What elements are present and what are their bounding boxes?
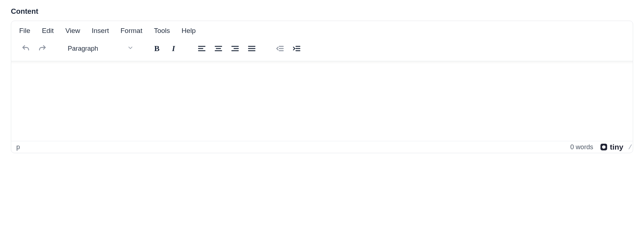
resize-handle[interactable]: ⁄⁄ — [630, 143, 631, 151]
menu-edit[interactable]: Edit — [41, 25, 55, 37]
indent-group — [270, 41, 307, 56]
align-right-button[interactable] — [228, 41, 242, 56]
tiny-logo-icon — [600, 143, 608, 151]
align-center-icon — [214, 44, 223, 53]
branding-label: tiny — [610, 143, 623, 151]
statusbar: p 0 words tiny ⁄⁄ — [11, 141, 633, 153]
menu-help[interactable]: Help — [180, 25, 197, 37]
undo-icon — [21, 44, 30, 53]
chevron-down-icon — [127, 45, 134, 53]
toolbar: Paragraph B I — [11, 38, 633, 61]
indent-button[interactable] — [289, 41, 304, 56]
outdent-button[interactable] — [273, 41, 287, 56]
indent-icon — [292, 44, 301, 53]
word-count[interactable]: 0 words — [570, 143, 593, 151]
menu-tools[interactable]: Tools — [152, 25, 171, 37]
redo-icon — [38, 44, 47, 53]
bold-button[interactable]: B — [150, 41, 164, 56]
align-justify-icon — [247, 44, 256, 53]
menu-insert[interactable]: Insert — [90, 25, 110, 37]
text-style-group: B I — [147, 41, 184, 56]
history-group — [16, 41, 53, 56]
italic-button[interactable]: I — [166, 41, 181, 56]
menu-view[interactable]: View — [64, 25, 81, 37]
align-group — [192, 41, 262, 56]
redo-button[interactable] — [35, 41, 50, 56]
block-format-label: Paragraph — [68, 45, 98, 53]
outdent-icon — [276, 44, 284, 53]
menubar: File Edit View Insert Format Tools Help — [11, 21, 633, 38]
align-left-icon — [197, 44, 206, 53]
status-right: 0 words tiny ⁄⁄ — [570, 143, 631, 151]
align-justify-button[interactable] — [244, 41, 259, 56]
element-path[interactable]: p — [16, 143, 20, 151]
align-left-button[interactable] — [195, 41, 209, 56]
editor-container: File Edit View Insert Format Tools Help … — [11, 21, 633, 153]
undo-button[interactable] — [18, 41, 33, 56]
align-right-icon — [231, 44, 239, 53]
editor-content-area[interactable] — [11, 61, 633, 141]
italic-icon: I — [172, 44, 175, 53]
bold-icon: B — [154, 44, 160, 53]
menu-file[interactable]: File — [18, 25, 32, 37]
field-label: Content — [11, 7, 633, 16]
branding-link[interactable]: tiny — [600, 143, 623, 151]
block-format-select[interactable]: Paragraph — [63, 42, 139, 56]
menu-format[interactable]: Format — [119, 25, 144, 37]
align-center-button[interactable] — [211, 41, 226, 56]
